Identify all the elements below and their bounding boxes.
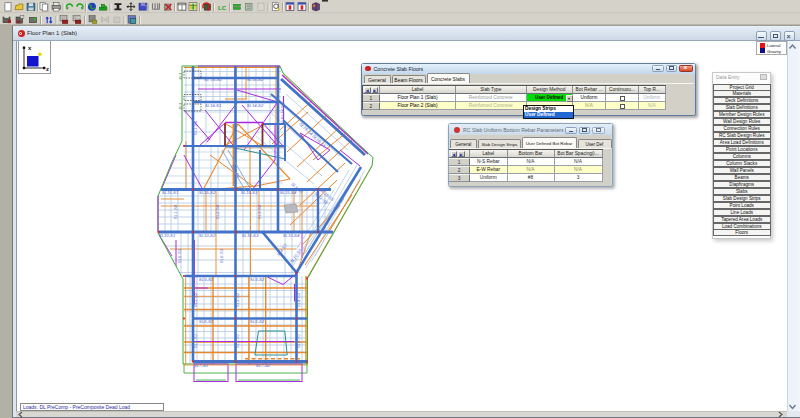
svg-text:SL1-S2: SL1-S2	[193, 292, 198, 307]
svg-text:SL9-S1: SL9-S1	[199, 277, 214, 282]
svg-text:SL9-S2: SL9-S2	[250, 277, 265, 282]
svg-text:SL10-S3: SL10-S3	[242, 233, 259, 238]
svg-text:SL16-S2: SL16-S2	[247, 77, 264, 82]
svg-text:SL1-S6: SL1-S6	[193, 120, 198, 135]
svg-text:SL6-S3: SL6-S3	[219, 248, 224, 263]
svg-text:SL7-S2: SL7-S2	[256, 363, 271, 368]
svg-text:SL15-S4: SL15-S4	[280, 190, 297, 195]
svg-text:SL15-S2: SL15-S2	[199, 190, 216, 195]
svg-text:SL3-S4: SL3-S4	[257, 204, 262, 219]
svg-text:SL3-S2: SL3-S2	[235, 292, 240, 307]
svg-text:SL14-S2: SL14-S2	[247, 103, 264, 108]
svg-text:SL14-S5: SL14-S5	[280, 102, 285, 119]
svg-text:SL3-S1: SL3-S1	[235, 333, 240, 348]
svg-text:SL2-S4: SL2-S4	[215, 204, 220, 219]
svg-text:SL5-S3: SL5-S3	[177, 248, 182, 263]
svg-text:SL8-S2: SL8-S2	[250, 319, 265, 324]
svg-text:SL1-S1: SL1-S1	[193, 333, 198, 348]
svg-text:60-10: 60-10	[179, 102, 183, 109]
svg-text:60-10: 60-10	[179, 72, 183, 79]
svg-text:SL10-S1: SL10-S1	[159, 233, 176, 238]
svg-text:SL7-S1: SL7-S1	[194, 363, 209, 368]
svg-text:SL4-S1: SL4-S1	[296, 333, 301, 348]
svg-text:SL14-S1: SL14-S1	[205, 103, 222, 108]
svg-text:SL10-S2: SL10-S2	[199, 233, 216, 238]
svg-text:SL10-S4: SL10-S4	[283, 233, 300, 238]
svg-text:SL4-S2: SL4-S2	[296, 292, 301, 307]
svg-text:SL 16-S1: SL 16-S1	[204, 77, 222, 82]
svg-text:SL8-S1: SL8-S1	[199, 319, 214, 324]
svg-text:SL15-S3: SL15-S3	[241, 190, 258, 195]
svg-text:SL1-S4: SL1-S4	[173, 204, 178, 219]
svg-text:SL15-S1: SL15-S1	[162, 190, 179, 195]
